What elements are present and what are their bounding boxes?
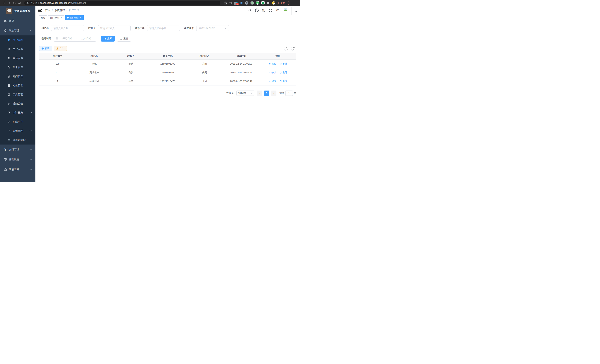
sidebar-item-label: 错误码管理 — [13, 138, 26, 142]
sidebar-item-user[interactable]: 用户管理 — [0, 45, 36, 54]
edit-link[interactable]: 修改 — [268, 71, 276, 74]
extension-tiles-icon[interactable]: 10 — [234, 1, 238, 5]
browser-update-menu[interactable]: 更新 — [278, 1, 290, 5]
delete-link[interactable]: 删除 — [280, 80, 287, 83]
broken-image-icon — [284, 8, 287, 10]
sidebar-item-menu[interactable]: 菜单管理 — [0, 63, 36, 72]
sidebar-item-infra[interactable]: 基础设施 — [0, 155, 36, 165]
export-button[interactable]: 导出 — [54, 46, 67, 51]
refresh-button[interactable] — [291, 46, 296, 51]
browser-back-button[interactable] — [2, 1, 6, 5]
dashboard-icon — [4, 19, 7, 22]
sidebar-item-online-user[interactable]: 在线用户 — [0, 117, 36, 126]
sidebar-item-label: 支付管理 — [9, 148, 19, 151]
delete-link[interactable]: 删除 — [280, 71, 287, 74]
gear-icon — [4, 29, 7, 32]
current-page-button[interactable]: 1 — [264, 91, 269, 96]
refresh-icon — [120, 37, 122, 40]
sidebar-item-role[interactable]: 角色管理 — [0, 54, 36, 63]
share-icon[interactable] — [223, 1, 227, 5]
tenant-name-label: 租户名 — [42, 27, 49, 30]
table-row: 108 测试 测试 15601691300 关闭 2021-12-14 21:0… — [39, 59, 296, 68]
tab-home[interactable]: 首页 — [39, 15, 47, 20]
fullscreen-icon[interactable] — [268, 8, 272, 12]
browser-forward-button[interactable] — [7, 1, 11, 5]
table-row: 1 芋道源码 芋艿 17321315478 开启 2021-01-05 17:0… — [39, 77, 296, 85]
extension-yuque-icon[interactable]: y — [256, 1, 259, 5]
tenants-icon — [8, 38, 10, 42]
search-icon — [104, 37, 106, 40]
close-icon[interactable]: × — [79, 17, 82, 19]
created-time-label: 创建时间 — [42, 37, 51, 40]
extensions-puzzle-icon[interactable] — [266, 1, 270, 5]
sidebar-item-pay[interactable]: ¥ 支付管理 — [0, 145, 36, 155]
page-size-select[interactable]: 10条/页 — [236, 91, 254, 96]
sidebar-item-system[interactable]: 系统管理 — [0, 26, 36, 36]
edit-link[interactable]: 修改 — [268, 62, 276, 65]
sidebar-item-tenant[interactable]: 租户管理 — [0, 36, 36, 45]
status-select[interactable]: 请选择租户状态 — [196, 25, 229, 31]
sidebar-item-error-code[interactable]: </> 错误码管理 — [0, 135, 36, 145]
avatar-dropdown-caret[interactable] — [295, 11, 297, 12]
mobile-input[interactable] — [147, 25, 180, 31]
sidebar-item-label: 字典管理 — [13, 93, 23, 96]
bookmark-star-icon[interactable] — [229, 1, 233, 5]
app-logo-row: 芋道管理系统 — [0, 6, 36, 16]
address-bar[interactable]: 不安全 dashboard.yudao.iocoder.cn/system/te… — [24, 1, 220, 5]
browser-reload-button[interactable] — [12, 1, 17, 5]
sidebar-item-label: 用户管理 — [13, 47, 23, 51]
help-icon[interactable]: ? — [262, 8, 266, 12]
extension-chat-icon[interactable] — [261, 1, 265, 5]
user-avatar[interactable] — [284, 7, 291, 15]
edit-pen-icon — [268, 80, 271, 82]
date-range-picker[interactable]: 开始日期 - 结束日期 — [54, 36, 96, 42]
prev-page-button[interactable]: ‹ — [257, 91, 262, 96]
extension-record-icon[interactable] — [250, 1, 254, 5]
tenant-page: 租户名 联系人 联系手机 租户状态 请选择租户状态 — [36, 21, 300, 182]
browser-menu-icon — [287, 2, 287, 4]
close-icon[interactable]: × — [60, 17, 62, 19]
breadcrumb-home[interactable]: 首页 — [45, 9, 50, 12]
browser-home-button[interactable] — [18, 1, 22, 5]
browser-profile-avatar[interactable] — [272, 1, 275, 5]
sidebar-item-post[interactable]: 岗位管理 — [0, 81, 36, 90]
sidebar-item-notice[interactable]: 通知公告 — [0, 99, 36, 108]
sidebar-item-label: 部门管理 — [13, 75, 23, 78]
sidebar-item-dict[interactable]: 字典管理 — [0, 90, 36, 99]
chevron-down-icon — [30, 149, 32, 150]
extension-badge: 10 — [236, 3, 239, 5]
sidebar-item-sms[interactable]: 短信管理 — [0, 126, 36, 135]
sidebar-item-audit-log[interactable]: 审计日志 — [0, 108, 36, 117]
col-mobile: 联系手机 — [149, 53, 186, 59]
contact-input[interactable] — [98, 25, 131, 31]
extension-command-icon[interactable]: ⌘ — [245, 1, 249, 5]
hide-search-button[interactable] — [284, 46, 289, 51]
reset-button[interactable]: 重置 — [117, 36, 131, 42]
org-tree-icon — [8, 75, 10, 78]
sidebar-item-dept[interactable]: 部门管理 — [0, 72, 36, 81]
breadcrumb-system[interactable]: 系统管理 — [54, 9, 65, 12]
add-button[interactable]: 新增 — [39, 46, 52, 51]
delete-link[interactable]: 删除 — [280, 62, 287, 65]
tab-tenant[interactable]: 租户管理 × — [65, 15, 84, 20]
sidebar-item-label: 首页 — [9, 19, 14, 23]
extension-balloon-icon[interactable] — [240, 1, 243, 5]
search-button[interactable]: 搜索 — [101, 36, 115, 42]
col-status: 租户状态 — [186, 53, 223, 59]
sidebar-collapse-icon[interactable] — [38, 9, 42, 12]
sidebar-item-home[interactable]: 首页 — [0, 16, 36, 26]
font-size-icon[interactable]: tT — [275, 8, 279, 12]
chevron-down-icon — [30, 159, 32, 160]
edit-link[interactable]: 修改 — [268, 80, 276, 83]
tenant-name-input[interactable] — [51, 25, 84, 31]
security-warning-icon — [26, 2, 29, 4]
search-icon[interactable] — [248, 8, 252, 12]
tenant-table: 租户编号 租户名 联系人 联系手机 租户状态 创建时间 操作 108 测试 — [39, 53, 296, 86]
date-start-placeholder: 开始日期 — [59, 37, 75, 40]
sidebar-item-dev-tools[interactable]: 研发工具 — [0, 165, 36, 175]
post-badge-icon — [8, 84, 10, 87]
github-icon[interactable] — [255, 8, 259, 12]
tab-dept[interactable]: 部门管理 × — [48, 15, 64, 20]
next-page-button[interactable]: › — [271, 91, 276, 96]
jump-page-input[interactable] — [285, 91, 293, 96]
